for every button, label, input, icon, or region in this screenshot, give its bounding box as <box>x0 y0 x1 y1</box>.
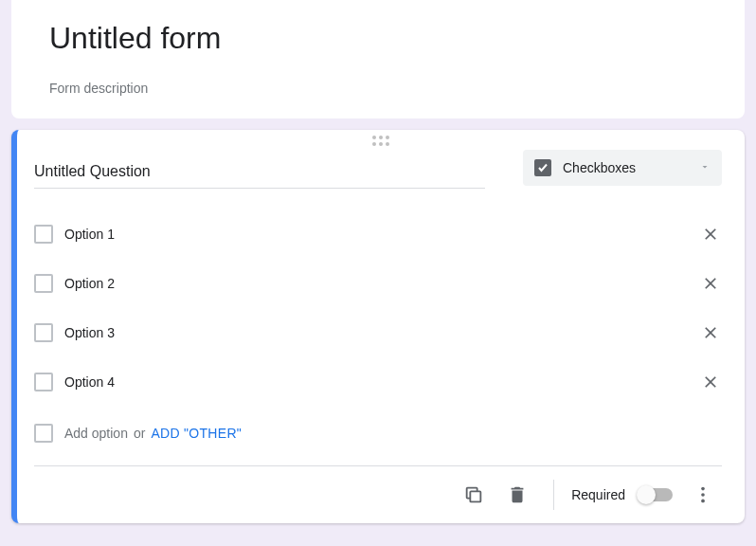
close-icon <box>701 373 720 391</box>
delete-button[interactable] <box>498 476 536 514</box>
drag-handle[interactable] <box>17 130 745 150</box>
checkbox-type-icon <box>534 159 551 176</box>
type-label: Checkboxes <box>563 160 699 175</box>
remove-option-button[interactable] <box>699 371 722 393</box>
svg-point-3 <box>701 500 705 503</box>
remove-option-button[interactable] <box>699 272 722 295</box>
form-header-card: Untitled form Form description <box>11 0 745 118</box>
chevron-down-icon <box>699 159 711 176</box>
question-type-selector[interactable]: Checkboxes <box>523 150 722 186</box>
option-row: Option 2 <box>34 259 722 308</box>
footer-divider <box>553 480 554 510</box>
question-card: Checkboxes Option 1 O <box>11 130 745 523</box>
close-icon <box>701 274 720 293</box>
copy-icon <box>463 484 484 505</box>
close-icon <box>701 323 720 342</box>
required-label: Required <box>571 487 625 502</box>
svg-rect-0 <box>471 491 481 501</box>
required-toggle[interactable] <box>639 488 673 501</box>
checkbox-icon <box>34 424 53 443</box>
options-list: Option 1 Option 2 Option 3 <box>34 209 722 407</box>
form-title[interactable]: Untitled form <box>49 21 722 56</box>
option-text[interactable]: Option 2 <box>64 276 699 291</box>
remove-option-button[interactable] <box>699 321 722 344</box>
add-option-row: Add option or Add "Other" <box>34 412 722 465</box>
svg-point-2 <box>701 493 705 497</box>
checkbox-icon <box>34 323 53 342</box>
option-text[interactable]: Option 4 <box>64 374 699 390</box>
question-title-wrap <box>34 150 485 189</box>
add-option-or: or <box>134 426 145 441</box>
duplicate-button[interactable] <box>455 476 493 514</box>
option-text[interactable]: Option 3 <box>64 325 699 340</box>
option-text[interactable]: Option 1 <box>64 227 699 242</box>
add-other-button[interactable]: Add "Other" <box>151 426 242 441</box>
question-title-input[interactable] <box>34 150 485 189</box>
checkbox-icon <box>34 225 53 244</box>
more-options-button[interactable] <box>684 476 722 514</box>
question-body: Checkboxes Option 1 O <box>17 150 745 465</box>
toggle-thumb <box>637 485 656 504</box>
option-row: Option 4 <box>34 357 722 407</box>
svg-point-1 <box>701 487 705 491</box>
checkbox-icon <box>34 373 53 391</box>
trash-icon <box>507 484 528 505</box>
question-top-row: Checkboxes <box>34 150 722 189</box>
more-vert-icon <box>693 484 713 505</box>
checkbox-icon <box>34 274 53 293</box>
option-row: Option 1 <box>34 209 722 259</box>
drag-dots-icon <box>372 136 389 146</box>
question-footer: Required <box>34 465 722 523</box>
close-icon <box>701 225 720 244</box>
add-option-text[interactable]: Add option <box>64 426 128 441</box>
form-description[interactable]: Form description <box>49 81 722 96</box>
option-row: Option 3 <box>34 308 722 357</box>
remove-option-button[interactable] <box>699 223 722 246</box>
